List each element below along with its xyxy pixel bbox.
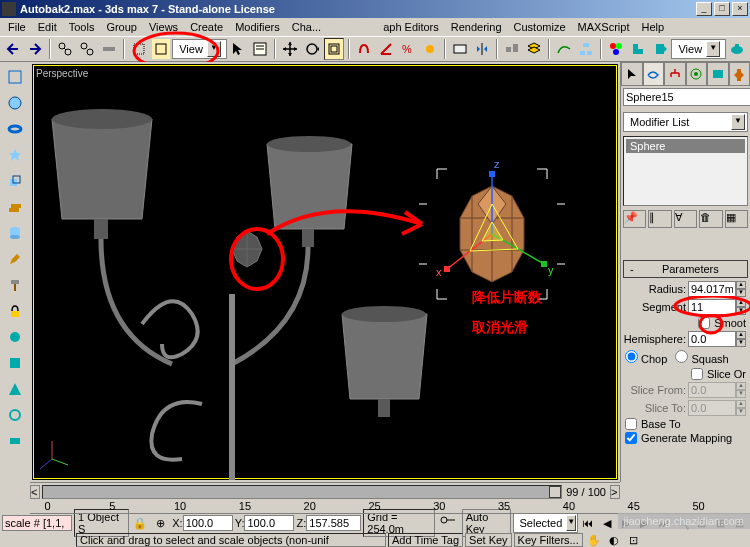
select-button[interactable] <box>129 38 149 60</box>
show-result-button[interactable]: ∥ <box>648 210 671 228</box>
prev-frame-button[interactable]: ◀ <box>599 515 614 531</box>
cylinder-icon[interactable] <box>3 221 27 245</box>
hemisphere-spinner[interactable]: ▲▼ <box>688 331 746 347</box>
configure-button[interactable]: ▦ <box>725 210 748 228</box>
select-object-button[interactable] <box>228 38 248 60</box>
layers-icon[interactable] <box>3 195 27 219</box>
timeline[interactable]: < 99 / 100 > <box>30 482 620 500</box>
menu-maxscript[interactable]: MAXScript <box>572 19 636 35</box>
transform-mode-button[interactable]: ⊕ <box>153 515 170 531</box>
select-region-button[interactable] <box>151 38 171 60</box>
timeline-track[interactable] <box>42 485 562 499</box>
bind-button[interactable] <box>99 38 119 60</box>
keymode-dropdown[interactable]: Selected▼ <box>513 513 578 533</box>
mirror-button[interactable] <box>472 38 492 60</box>
timeline-start-button[interactable]: < <box>30 485 40 499</box>
menu-rendering[interactable]: Rendering <box>445 19 508 35</box>
segments-spinner[interactable]: ▲▼ <box>688 299 746 315</box>
star-icon[interactable] <box>3 143 27 167</box>
percent-snap-button[interactable]: % <box>398 38 418 60</box>
curve-editor-button[interactable] <box>554 38 574 60</box>
menu-help[interactable]: Help <box>636 19 671 35</box>
radius-spinner[interactable]: ▲▼ <box>688 281 746 297</box>
layers-button[interactable] <box>524 38 544 60</box>
setkey-button[interactable]: Set Key <box>465 533 512 547</box>
snap-toggle-button[interactable] <box>354 38 374 60</box>
keyfilters-button[interactable]: Key Filters... <box>514 533 583 547</box>
utilities-tab[interactable] <box>729 62 751 86</box>
menu-create[interactable]: Create <box>184 19 229 35</box>
segments-input[interactable] <box>688 299 736 315</box>
key-icon[interactable] <box>438 515 458 531</box>
align-button[interactable] <box>502 38 522 60</box>
time-ruler[interactable]: 0 5 10 15 20 25 30 35 40 45 50 <box>30 500 750 514</box>
menu-views[interactable]: Views <box>143 19 184 35</box>
y-field[interactable] <box>244 515 294 531</box>
sphere-icon[interactable] <box>3 91 27 115</box>
x-field[interactable] <box>183 515 233 531</box>
rotate-button[interactable] <box>302 38 322 60</box>
remove-mod-button[interactable]: 🗑 <box>699 210 722 228</box>
menu-grapheditors[interactable]: aph Editors <box>377 19 445 35</box>
lock-selection-button[interactable]: 🔒 <box>132 515 149 531</box>
create-tab[interactable] <box>621 62 643 86</box>
render-scene-button[interactable] <box>628 38 648 60</box>
squash-option[interactable]: Squash <box>675 350 728 365</box>
close-button[interactable]: × <box>732 2 748 16</box>
minimize-button[interactable]: _ <box>696 2 712 16</box>
maximize-button[interactable]: □ <box>714 2 730 16</box>
baseto-checkbox[interactable] <box>625 418 637 430</box>
menu-edit[interactable]: Edit <box>32 19 63 35</box>
viewport[interactable]: Perspective <box>30 62 620 482</box>
sliceon-checkbox[interactable] <box>691 368 703 380</box>
misc-icon-3[interactable] <box>3 377 27 401</box>
modifier-list-dropdown[interactable]: Modifier List ▼ <box>623 112 748 132</box>
misc-icon-4[interactable] <box>3 403 27 427</box>
menu-tools[interactable]: Tools <box>63 19 101 35</box>
z-field[interactable] <box>306 515 361 531</box>
menu-modifiers[interactable]: Modifiers <box>229 19 286 35</box>
radius-input[interactable] <box>688 281 736 297</box>
tab-panel-icon[interactable] <box>3 65 27 89</box>
arc-rotate-button[interactable]: ◐ <box>606 533 622 547</box>
min-max-button[interactable]: ⊡ <box>626 533 642 547</box>
menu-group[interactable]: Group <box>100 19 143 35</box>
select-name-button[interactable] <box>250 38 270 60</box>
smooth-checkbox[interactable] <box>698 317 710 329</box>
unlink-button[interactable] <box>77 38 97 60</box>
parameters-rollout[interactable]: -Parameters <box>623 260 748 278</box>
render-button[interactable] <box>727 38 747 60</box>
modifier-stack[interactable]: Sphere <box>623 136 748 206</box>
extrude-icon[interactable] <box>3 169 27 193</box>
hemisphere-input[interactable] <box>688 331 736 347</box>
named-sets-button[interactable] <box>450 38 470 60</box>
spinner-snap-button[interactable] <box>420 38 440 60</box>
modify-tab[interactable] <box>643 62 665 86</box>
timeline-end-button[interactable]: > <box>610 485 620 499</box>
object-name-field[interactable] <box>623 88 750 106</box>
brush-icon[interactable] <box>3 247 27 271</box>
pan-button[interactable]: ✋ <box>586 533 602 547</box>
link-button[interactable] <box>55 38 75 60</box>
hammer-icon[interactable] <box>3 273 27 297</box>
misc-icon-1[interactable] <box>3 325 27 349</box>
torus-icon[interactable] <box>3 117 27 141</box>
render-view-dropdown[interactable]: View ▼ <box>671 39 726 59</box>
timeline-thumb[interactable] <box>549 486 561 498</box>
angle-snap-button[interactable] <box>376 38 396 60</box>
misc-icon-5[interactable] <box>3 429 27 453</box>
menu-customize[interactable]: Customize <box>508 19 572 35</box>
pin-stack-button[interactable]: 📌 <box>623 210 646 228</box>
goto-start-button[interactable]: ⏮ <box>581 515 596 531</box>
scale-button[interactable] <box>324 38 344 60</box>
quick-render-button[interactable] <box>650 38 670 60</box>
time-tag[interactable]: Add Time Tag <box>388 533 463 547</box>
lock-icon[interactable] <box>3 299 27 323</box>
genmap-checkbox[interactable] <box>625 432 637 444</box>
menu-file[interactable]: File <box>2 19 32 35</box>
move-button[interactable] <box>280 38 300 60</box>
chop-option[interactable]: Chop <box>625 350 667 365</box>
view-filter-dropdown[interactable]: View ▼ <box>172 39 227 59</box>
unique-button[interactable]: ∀ <box>674 210 697 228</box>
hierarchy-tab[interactable] <box>664 62 686 86</box>
